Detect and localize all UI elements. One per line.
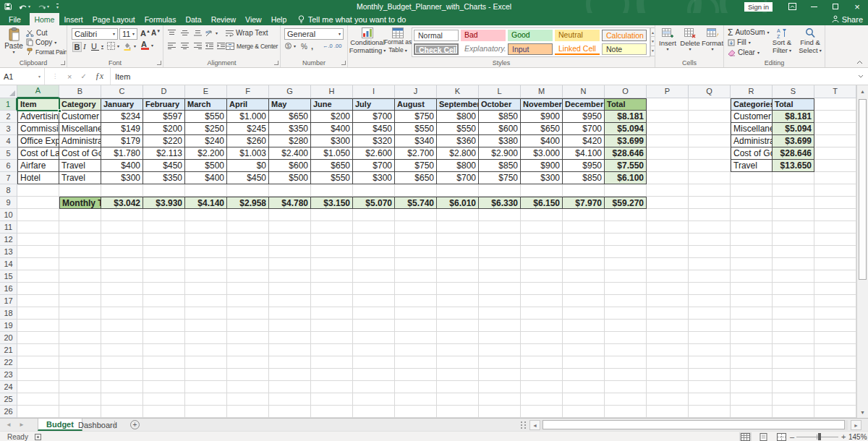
conditional-formatting-button[interactable]: Conditional Formatting▾ xyxy=(349,27,386,54)
cell-J26[interactable] xyxy=(395,406,437,418)
cell-T20[interactable] xyxy=(814,332,856,344)
gallery-up-button[interactable]: ▲ xyxy=(650,27,655,37)
cell-A12[interactable] xyxy=(17,234,59,246)
cell-S6[interactable]: $13.650 xyxy=(773,160,814,172)
tab-page-layout[interactable]: Page Layout xyxy=(88,13,140,25)
cell-O22[interactable] xyxy=(605,356,647,369)
format-cells-button[interactable]: Format▾ xyxy=(702,28,723,51)
cell-C13[interactable] xyxy=(101,246,143,258)
number-format-select[interactable]: General▾ xyxy=(284,28,344,40)
close-button[interactable]: × xyxy=(846,0,868,13)
cell-J24[interactable] xyxy=(395,381,437,393)
scroll-down-arrow[interactable]: ▼ xyxy=(857,406,868,418)
cell-N7[interactable]: $850 xyxy=(563,172,605,184)
name-box[interactable]: A1▾ xyxy=(0,68,45,85)
cell-M22[interactable] xyxy=(521,356,563,369)
cell-P2[interactable] xyxy=(647,111,689,123)
cell-R18[interactable] xyxy=(731,307,773,320)
cell-K14[interactable] xyxy=(437,258,479,270)
cell-C18[interactable] xyxy=(101,307,143,320)
cell-E17[interactable] xyxy=(185,295,227,307)
format-as-table-button[interactable]: Format as Table▾ xyxy=(384,27,412,54)
formula-bar-splitter[interactable]: ⋮ xyxy=(52,73,59,80)
row-header-9[interactable]: 9 xyxy=(0,197,17,209)
cell-P13[interactable] xyxy=(647,246,689,258)
cell-M16[interactable] xyxy=(521,283,563,295)
cell-A25[interactable] xyxy=(17,393,59,406)
cell-T6[interactable] xyxy=(814,160,856,172)
cell-E11[interactable] xyxy=(185,221,227,234)
row-header-25[interactable]: 25 xyxy=(0,393,17,406)
cell-G3[interactable]: $350 xyxy=(269,123,311,135)
cell-I5[interactable]: $2.600 xyxy=(353,147,395,160)
cell-C11[interactable] xyxy=(101,221,143,234)
cell-L9[interactable]: $6.330 xyxy=(479,197,521,209)
cell-Q13[interactable] xyxy=(689,246,731,258)
cell-S20[interactable] xyxy=(773,332,814,344)
cell-F4[interactable]: $260 xyxy=(227,135,269,147)
cell-S26[interactable] xyxy=(773,406,814,418)
save-button[interactable] xyxy=(4,3,12,10)
cell-H17[interactable] xyxy=(311,295,353,307)
cell-G8[interactable] xyxy=(269,184,311,197)
cell-A2[interactable]: Advertising xyxy=(17,111,59,123)
cell-E19[interactable] xyxy=(185,320,227,332)
cell-S25[interactable] xyxy=(773,393,814,406)
cell-F10[interactable] xyxy=(227,209,269,221)
cell-F7[interactable]: $450 xyxy=(227,172,269,184)
cell-T9[interactable] xyxy=(814,197,856,209)
cell-I8[interactable] xyxy=(353,184,395,197)
cell-K12[interactable] xyxy=(437,234,479,246)
cell-N9[interactable]: $7.970 xyxy=(563,197,605,209)
percent-style-button[interactable]: % xyxy=(301,43,307,51)
cell-M1[interactable]: November xyxy=(521,98,563,111)
cell-S4[interactable]: $3.699 xyxy=(773,135,814,147)
sheet-nav-right-arrow[interactable]: ► xyxy=(19,421,25,428)
cell-O3[interactable]: $5.094 xyxy=(605,123,647,135)
cell-G20[interactable] xyxy=(269,332,311,344)
cell-D24[interactable] xyxy=(143,381,185,393)
cell-D14[interactable] xyxy=(143,258,185,270)
cell-R7[interactable] xyxy=(731,172,773,184)
cell-B14[interactable] xyxy=(59,258,101,270)
cell-L7[interactable]: $750 xyxy=(479,172,521,184)
cell-S1[interactable]: Total xyxy=(773,98,814,111)
cell-I24[interactable] xyxy=(353,381,395,393)
cell-H16[interactable] xyxy=(311,283,353,295)
cell-T23[interactable] xyxy=(814,369,856,381)
cell-E8[interactable] xyxy=(185,184,227,197)
cell-K10[interactable] xyxy=(437,209,479,221)
cell-G10[interactable] xyxy=(269,209,311,221)
cell-T11[interactable] xyxy=(814,221,856,234)
cell-A23[interactable] xyxy=(17,369,59,381)
cell-K18[interactable] xyxy=(437,307,479,320)
cell-C9[interactable]: $3.042 xyxy=(101,197,143,209)
column-header-L[interactable]: L xyxy=(479,85,521,98)
cell-E9[interactable]: $4.140 xyxy=(185,197,227,209)
cell-N26[interactable] xyxy=(563,406,605,418)
cell-O15[interactable] xyxy=(605,270,647,283)
cell-J17[interactable] xyxy=(395,295,437,307)
cell-J16[interactable] xyxy=(395,283,437,295)
cell-N21[interactable] xyxy=(563,344,605,356)
cell-L8[interactable] xyxy=(479,184,521,197)
cell-Q15[interactable] xyxy=(689,270,731,283)
cell-K4[interactable]: $360 xyxy=(437,135,479,147)
cell-F22[interactable] xyxy=(227,356,269,369)
cell-C21[interactable] xyxy=(101,344,143,356)
cell-A11[interactable] xyxy=(17,221,59,234)
cell-I9[interactable]: $5.070 xyxy=(353,197,395,209)
insert-cells-button[interactable]: Insert▾ xyxy=(657,28,678,51)
page-break-view-button[interactable] xyxy=(775,432,788,441)
cell-N20[interactable] xyxy=(563,332,605,344)
cell-O7[interactable]: $6.100 xyxy=(605,172,647,184)
cell-E3[interactable]: $250 xyxy=(185,123,227,135)
cell-P14[interactable] xyxy=(647,258,689,270)
cell-E26[interactable] xyxy=(185,406,227,418)
cell-O9[interactable]: $59.270 xyxy=(605,197,647,209)
cell-D26[interactable] xyxy=(143,406,185,418)
cell-O4[interactable]: $3.699 xyxy=(605,135,647,147)
cell-O16[interactable] xyxy=(605,283,647,295)
cell-K2[interactable]: $800 xyxy=(437,111,479,123)
cell-R21[interactable] xyxy=(731,344,773,356)
